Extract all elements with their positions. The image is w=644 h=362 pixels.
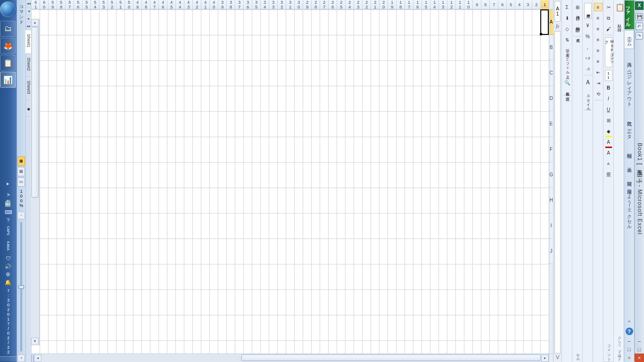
ime-icon-3[interactable]: ?	[5, 217, 11, 223]
column-header-J[interactable]: J	[549, 239, 553, 264]
row-header-28[interactable]: 28	[311, 0, 320, 9]
row-header-8[interactable]: 8	[481, 0, 489, 9]
tray-icon-volume[interactable]: 🔊	[5, 263, 11, 270]
row-header-21[interactable]: 21	[371, 0, 379, 9]
row-header-53[interactable]: 53	[99, 0, 107, 9]
tab-view[interactable]: 表示	[625, 155, 634, 169]
row-header-45[interactable]: 45	[167, 0, 175, 9]
column-header-G[interactable]: G	[549, 162, 553, 188]
align-center-button[interactable]: ≡	[594, 46, 603, 55]
decrease-decimal-button[interactable]: -.0	[584, 65, 592, 73]
zoom-slider[interactable]	[20, 222, 22, 352]
taskbar-clock[interactable]: 7:30 2017/02/22	[6, 288, 11, 355]
row-header-29[interactable]: 29	[303, 0, 311, 9]
qat-redo[interactable]: ↷	[636, 32, 643, 40]
ime-mode[interactable]: A般	[5, 193, 11, 196]
format-cells-button[interactable]: ▥	[573, 25, 582, 34]
row-header-52[interactable]: 52	[107, 0, 116, 9]
row-header-59[interactable]: 59	[48, 0, 57, 9]
scroll-up-button[interactable]: ▴	[31, 19, 39, 26]
insert-cells-button[interactable]: ⊞	[573, 3, 582, 11]
child-close-button[interactable]: ×	[625, 354, 634, 362]
child-maximize-button[interactable]: □	[625, 345, 634, 354]
row-header-17[interactable]: 17	[405, 0, 413, 9]
tray-icon-shield[interactable]: 🛡	[5, 255, 11, 262]
row-header-43[interactable]: 43	[184, 0, 192, 9]
tab-addon[interactable]: 活用しよう！エクセル	[625, 183, 634, 231]
orientation-button[interactable]: ⟲	[594, 90, 603, 98]
tab-insert[interactable]: 挿入	[625, 49, 634, 63]
tab-review[interactable]: 校閲	[625, 140, 634, 155]
tab-data[interactable]: データ	[625, 123, 634, 140]
fx-icon[interactable]: fx	[553, 23, 561, 30]
row-header-32[interactable]: 32	[277, 0, 286, 9]
comma-button[interactable]: ,	[584, 43, 592, 51]
row-header-61[interactable]: 61	[31, 0, 40, 9]
row-header-34[interactable]: 34	[260, 0, 269, 9]
horizontal-scrollbar[interactable]: ▸ ◂	[31, 354, 549, 362]
percent-button[interactable]: %	[584, 32, 592, 41]
sort-filter-button[interactable]: ⇅	[563, 35, 571, 45]
row-header-18[interactable]: 18	[396, 0, 405, 9]
row-header-40[interactable]: 40	[209, 0, 218, 9]
row-header-48[interactable]: 48	[141, 0, 150, 9]
row-header-20[interactable]: 20	[379, 0, 388, 9]
column-header-E[interactable]: E	[549, 111, 553, 137]
sheet-tab-1[interactable]: Sheet1	[25, 30, 31, 54]
view-page-layout-button[interactable]: ▤	[17, 167, 25, 176]
font-size-combo[interactable]: 11	[605, 70, 612, 81]
number-format-combo[interactable]: 標準	[584, 3, 592, 19]
vertical-scrollbar[interactable]: ▴ ▾	[31, 19, 40, 345]
scroll-left-button[interactable]: ◂	[34, 354, 41, 362]
vertical-scroll-thumb[interactable]	[32, 27, 39, 197]
column-header-F[interactable]: F	[549, 137, 553, 162]
row-header-26[interactable]: 26	[328, 0, 337, 9]
ime-icon-1[interactable]: 🔤	[5, 201, 11, 207]
new-sheet-button[interactable]: ✸	[26, 100, 31, 117]
row-header-36[interactable]: 36	[243, 0, 252, 9]
row-header-35[interactable]: 35	[252, 0, 260, 9]
close-button[interactable]: ×	[635, 354, 644, 362]
taskbar-app-firefox[interactable]: 🦊	[0, 38, 16, 54]
grow-font-button[interactable]: A	[604, 148, 613, 157]
qat-undo[interactable]: ↶	[636, 23, 643, 30]
row-header-27[interactable]: 27	[320, 0, 328, 9]
phonetic-button[interactable]: 亜	[604, 170, 613, 179]
column-header-B[interactable]: B	[549, 35, 553, 60]
row-header-3[interactable]: 3	[523, 0, 532, 9]
increase-decimal-button[interactable]: +.0	[584, 54, 592, 62]
find-select-button[interactable]: 🔍	[563, 78, 571, 88]
tab-developer[interactable]: 開発	[625, 169, 634, 183]
scroll-down-button[interactable]: ▾	[31, 337, 39, 345]
row-header-16[interactable]: 16	[413, 0, 421, 9]
row-header-38[interactable]: 38	[226, 0, 235, 9]
column-header-H[interactable]: H	[549, 188, 553, 213]
font-color-button[interactable]: A	[604, 138, 613, 146]
ime-icon-2[interactable]: ⌨	[5, 209, 11, 215]
child-minimize-button[interactable]: –	[625, 337, 634, 345]
zoom-in-button[interactable]: +	[17, 354, 25, 362]
expand-formula-bar[interactable]: ⋁	[553, 354, 561, 362]
horizontal-scroll-thumb[interactable]	[241, 354, 541, 361]
tray-icon-settings[interactable]: ⚙	[5, 271, 11, 278]
bold-button[interactable]: B	[604, 83, 613, 92]
row-header-11[interactable]: 11	[455, 0, 464, 9]
row-header-23[interactable]: 23	[354, 0, 362, 9]
row-header-24[interactable]: 24	[345, 0, 354, 9]
row-header-5[interactable]: 5	[506, 0, 515, 9]
decrease-indent-button[interactable]: ⇤	[594, 68, 603, 76]
tray-icon-notify[interactable]: 🔔	[5, 279, 11, 286]
row-header-9[interactable]: 9	[472, 0, 481, 9]
sheet-nav-first[interactable]: ◂◂	[26, 0, 31, 8]
view-normal-button[interactable]: ▦	[17, 156, 25, 166]
row-header-7[interactable]: 7	[489, 0, 498, 9]
row-header-47[interactable]: 47	[150, 0, 158, 9]
row-header-51[interactable]: 51	[116, 0, 124, 9]
column-header-I[interactable]: I	[549, 213, 553, 239]
zoom-out-button[interactable]: −	[17, 212, 25, 219]
column-header-A[interactable]: A	[549, 9, 553, 35]
sheet-nav-next[interactable]: ▸	[26, 15, 31, 23]
row-header-44[interactable]: 44	[175, 0, 184, 9]
row-header-39[interactable]: 39	[218, 0, 226, 9]
align-bottom-button[interactable]: ≡	[594, 25, 603, 33]
